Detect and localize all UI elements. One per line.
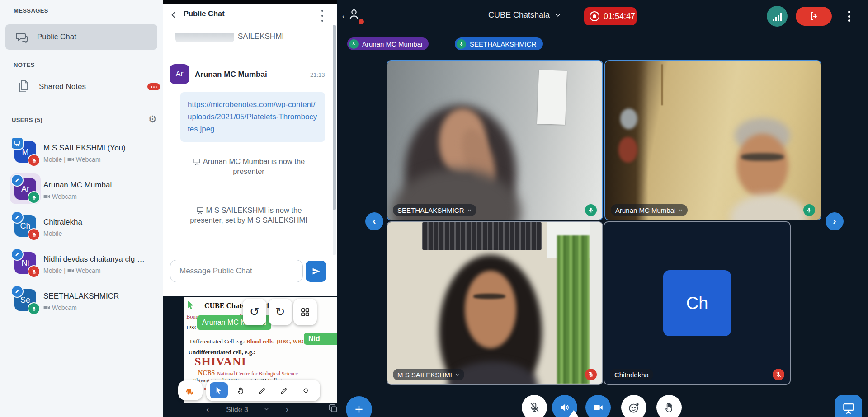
highlighter-tool-button[interactable] bbox=[253, 382, 271, 398]
leave-icon bbox=[808, 11, 819, 22]
user-status: Webcam bbox=[43, 193, 77, 200]
sidebar: MESSAGES Public Chat NOTES Shared Notes bbox=[0, 0, 163, 417]
video-tile[interactable]: Ch Chitralekha bbox=[604, 221, 791, 385]
chat-scrollbar[interactable] bbox=[333, 25, 336, 255]
user-list-item[interactable]: Ch Chitralekha Mobile bbox=[0, 215, 163, 247]
users-panel-toggle-button[interactable] bbox=[347, 7, 361, 22]
previous-videos-button[interactable]: ‹ bbox=[365, 212, 383, 230]
previous-slide-button[interactable]: ‹ bbox=[206, 404, 209, 414]
pen-tool-button[interactable] bbox=[275, 382, 293, 398]
back-chevron-icon: ‹ bbox=[342, 12, 344, 20]
pencil-icon bbox=[11, 285, 24, 298]
send-icon bbox=[311, 267, 321, 276]
slide-select-chevron-down-icon[interactable] bbox=[263, 406, 270, 412]
mic-muted-icon bbox=[28, 265, 40, 278]
mute-button[interactable] bbox=[522, 395, 547, 417]
remote-cursor-icon bbox=[185, 299, 196, 311]
chat-options-kebab-icon[interactable] bbox=[319, 9, 326, 23]
video-tile[interactable]: M S SAILEKSHMI bbox=[387, 221, 603, 385]
system-message: M S SAILEKSHMI is now the presenter, set… bbox=[183, 205, 314, 225]
camera-icon bbox=[592, 402, 604, 413]
unread-notes-badge bbox=[147, 83, 160, 90]
slide-text: SHIVANI bbox=[194, 355, 246, 369]
talking-indicator[interactable]: SEETHALAKSHMICR bbox=[455, 37, 543, 50]
public-chat-panel: Public Chat SAILEKSHMI Ar Arunan MC Mumb… bbox=[163, 4, 337, 296]
eraser-tool-button[interactable] bbox=[297, 382, 315, 398]
user-name: Nidhi devdas chaitanya clg … bbox=[43, 255, 156, 264]
slide-text: NCBS bbox=[198, 370, 215, 377]
user-name: Arunan MC Mumbai bbox=[43, 181, 156, 190]
grid-icon bbox=[300, 307, 311, 318]
pencil-icon bbox=[11, 248, 24, 261]
raise-hand-button[interactable] bbox=[656, 395, 682, 417]
audio-device-chevron-icon[interactable] bbox=[569, 410, 579, 417]
user-list-item[interactable]: M M S SAILEKSHMI (You) Mobile | Webcam bbox=[0, 141, 163, 173]
user-list-item[interactable]: Se SEETHALAKSHMICR Webcam bbox=[0, 289, 163, 321]
select-tool-button[interactable] bbox=[210, 382, 228, 398]
scribble-icon bbox=[185, 385, 196, 396]
user-status: Mobile | Webcam bbox=[43, 156, 101, 163]
pan-tool-button[interactable] bbox=[231, 382, 250, 398]
laser-tool-button[interactable] bbox=[178, 380, 203, 400]
presentation-board-icon bbox=[842, 402, 855, 415]
user-name: Chitralekha bbox=[43, 218, 156, 227]
user-name: M S SAILEKSHMI (You) bbox=[43, 144, 156, 153]
chevron-down-icon bbox=[678, 208, 683, 213]
chat-back-button[interactable] bbox=[169, 10, 178, 19]
sidebar-item-shared-notes[interactable]: Shared Notes bbox=[5, 75, 157, 98]
slides-grid-button[interactable] bbox=[293, 299, 317, 325]
presenter-icon bbox=[11, 137, 24, 150]
options-kebab-icon[interactable] bbox=[846, 9, 852, 23]
bigbluebutton-app: MESSAGES Public Chat NOTES Shared Notes bbox=[0, 0, 868, 417]
mic-on-icon bbox=[349, 39, 359, 49]
avatar: Ar bbox=[14, 178, 36, 200]
user-list-item[interactable]: Ni Nidhi devdas chaitanya clg … Mobile |… bbox=[0, 252, 163, 284]
users-header: USERS (5) bbox=[12, 117, 42, 123]
send-message-button[interactable] bbox=[306, 261, 326, 282]
restore-presentation-button[interactable] bbox=[835, 395, 862, 417]
video-tile[interactable]: Arunan MC Mumbai bbox=[604, 60, 821, 220]
webcam-icon bbox=[67, 157, 74, 162]
undo-button[interactable]: ↺ bbox=[243, 299, 266, 325]
message-link[interactable]: https://microbenotes.com/wp-content/uplo… bbox=[188, 100, 317, 133]
tile-name-label[interactable]: Chitralekha bbox=[610, 369, 653, 380]
user-list-item[interactable]: Ar Arunan MC Mumbai Webcam bbox=[0, 178, 163, 210]
record-dot-icon bbox=[590, 11, 599, 21]
redo-icon: ↻ bbox=[275, 305, 285, 319]
pencil-icon bbox=[11, 174, 24, 187]
reactions-button[interactable] bbox=[621, 395, 646, 417]
leave-meeting-button[interactable] bbox=[796, 7, 832, 26]
tile-name-label[interactable]: M S SAILEKSHMI bbox=[393, 369, 464, 380]
tile-avatar: Ch bbox=[663, 270, 731, 336]
actions-plus-button[interactable] bbox=[346, 396, 372, 417]
tile-name-label[interactable]: Arunan MC Mumbai bbox=[611, 204, 688, 216]
smiley-plus-icon bbox=[628, 402, 640, 414]
mic-muted-icon bbox=[773, 369, 784, 380]
webcam-button[interactable] bbox=[585, 395, 611, 417]
meeting-title-button[interactable]: CUBE Chatshala bbox=[488, 10, 561, 20]
tile-name-label[interactable]: SEETHALAKSHMICR bbox=[393, 204, 476, 216]
talking-indicator[interactable]: Arunan MC Mumbai bbox=[347, 37, 429, 50]
plus-icon bbox=[353, 403, 365, 415]
chevron-down-icon bbox=[455, 372, 460, 377]
chat-message-input[interactable] bbox=[170, 260, 303, 282]
next-videos-button[interactable]: › bbox=[826, 212, 844, 230]
chat-bubbles-icon bbox=[14, 30, 29, 44]
message-avatar: Ar bbox=[170, 64, 189, 84]
video-tile[interactable]: SEETHALAKSHMICR bbox=[387, 60, 603, 220]
connection-status-button[interactable] bbox=[767, 6, 788, 27]
chevron-down-icon bbox=[554, 12, 561, 19]
manage-users-gear-icon[interactable]: ⚙ bbox=[148, 114, 157, 125]
user-status: Mobile bbox=[43, 230, 62, 237]
snapshot-copy-icon[interactable] bbox=[328, 403, 337, 413]
redo-button[interactable]: ↻ bbox=[269, 299, 292, 325]
hand-icon bbox=[663, 402, 675, 413]
user-name: SEETHALAKSHMICR bbox=[43, 292, 156, 301]
message-bubble: https://microbenotes.com/wp-content/uplo… bbox=[180, 92, 325, 142]
shared-notes-icon bbox=[16, 80, 30, 94]
video-area: ‹ CUBE Chatshala 01:54:47 Arunan MC Mumb… bbox=[337, 0, 868, 417]
mic-muted-icon bbox=[585, 369, 597, 380]
next-slide-button[interactable]: › bbox=[286, 404, 288, 414]
sidebar-item-public-chat[interactable]: Public Chat bbox=[5, 24, 157, 50]
recording-indicator[interactable]: 01:54:47 bbox=[584, 7, 637, 25]
